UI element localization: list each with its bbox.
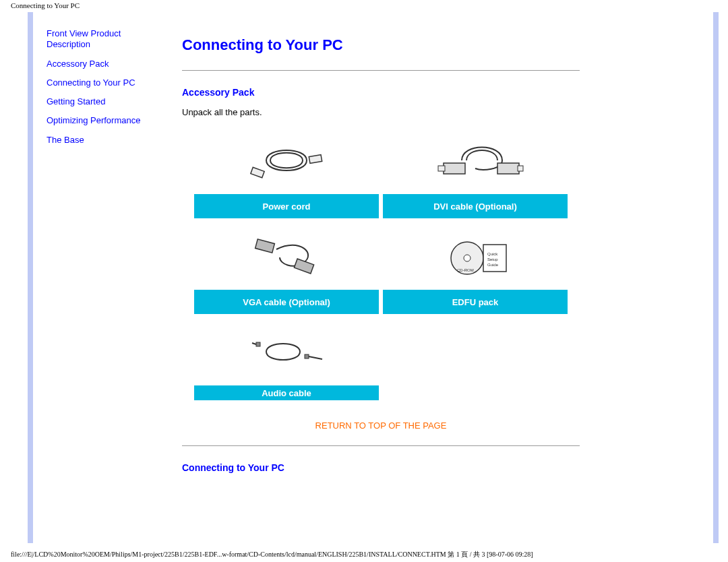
svg-text:Setup: Setup [487,257,498,261]
svg-rect-2 [444,163,465,174]
accessory-grid: Power cord DVI cable (Optional) [192,127,570,404]
svg-rect-17 [256,342,260,346]
divider-bottom [182,445,580,446]
edfu-pack-icon: CD-ROM Quick Setup Guide [381,222,570,290]
nav-front-view[interactable]: Front View Product Description [47,28,161,51]
divider-top [182,70,580,71]
svg-rect-3 [438,166,445,171]
nav-connecting[interactable]: Connecting to Your PC [47,77,161,88]
main-content: Connecting to Your PC Accessory Pack Unp… [182,36,580,482]
svg-rect-5 [518,166,523,171]
nav-accessory-pack[interactable]: Accessory Pack [47,59,161,69]
accessory-power-cord [192,127,381,194]
svg-rect-6 [255,239,275,253]
running-header: Connecting to Your PC [11,1,80,9]
svg-rect-0 [251,167,264,178]
label-edfu-pack: EDFU pack [383,290,568,314]
section-text-accessory: Unpack all the parts. [182,107,580,117]
section-title-connecting: Connecting to Your PC [182,462,580,473]
footer-path: file:///E|/LCD%20Monitor%20OEM/Philips/M… [11,550,533,559]
sidebar-nav: Front View Product Description Accessory… [47,28,161,154]
accessory-vga-cable [192,222,381,290]
label-audio-cable: Audio cable [194,385,379,400]
svg-line-16 [309,356,322,359]
accessory-audio-cable [192,318,381,385]
label-dvi-cable: DVI cable (Optional) [383,194,568,218]
nav-optimizing[interactable]: Optimizing Performance [47,115,161,126]
nav-the-base[interactable]: The Base [47,135,161,146]
svg-rect-15 [305,354,309,358]
nav-getting-started[interactable]: Getting Started [47,96,161,107]
audio-cable-icon [192,318,381,385]
accessory-dvi-cable [381,127,570,194]
svg-rect-4 [497,163,519,174]
accessory-edfu-pack: CD-ROM Quick Setup Guide [381,222,570,290]
dvi-cable-icon [381,127,570,194]
right-accent-bar [713,12,719,543]
left-accent-bar [28,12,33,543]
section-title-accessory: Accessory Pack [182,87,580,98]
label-power-cord: Power cord [194,194,379,218]
svg-rect-7 [294,259,313,274]
svg-text:Quick: Quick [487,252,498,256]
power-cord-icon [192,127,381,194]
page-title: Connecting to Your PC [182,36,580,54]
vga-cable-icon [192,222,381,290]
svg-text:Guide: Guide [487,263,499,267]
return-to-top-link[interactable]: RETURN TO TOP OF THE PAGE [182,420,580,431]
svg-line-18 [252,343,256,344]
svg-rect-1 [309,155,322,164]
label-vga-cable: VGA cable (Optional) [194,290,379,314]
page-viewport: Connecting to Your PC Front View Product… [0,0,728,562]
svg-text:CD-ROM: CD-ROM [457,268,474,272]
svg-point-9 [464,255,471,261]
